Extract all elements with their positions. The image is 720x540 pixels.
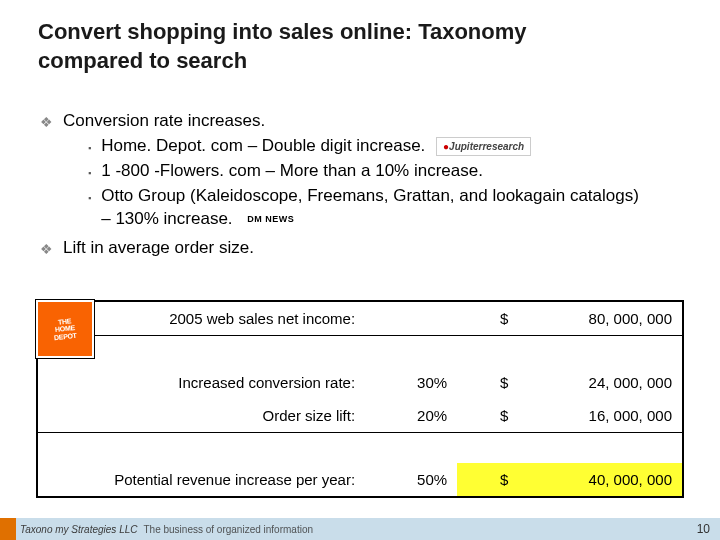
- row2-pct: 30%: [365, 366, 457, 399]
- row4-pct: 50%: [365, 463, 457, 496]
- row3-label: Order size lift:: [38, 399, 365, 433]
- bullet-1-text: Conversion rate increases.: [63, 110, 680, 133]
- subbullet-1-text: Home. Depot. com – Double digit increase…: [101, 135, 641, 158]
- slide-title: Convert shopping into sales online: Taxo…: [38, 18, 598, 75]
- content-area: ❖ Conversion rate increases. ▪ Home. Dep…: [40, 110, 680, 262]
- bullet-2: ❖ Lift in average order size.: [40, 237, 680, 260]
- table-row: 2005 web sales net income: $ 80, 000, 00…: [38, 302, 682, 336]
- subbullet-1-label: Home. Depot. com – Double digit increase…: [101, 136, 425, 155]
- subbullet-3-text: Otto Group (Kaleidoscope, Freemans, Grat…: [101, 185, 641, 231]
- row1-val: 80, 000, 000: [518, 302, 682, 336]
- table-row: Potential revenue increase per year: 50%…: [38, 463, 682, 496]
- row4-val: 40, 000, 000: [518, 463, 682, 496]
- row3-dollar: $: [457, 399, 518, 433]
- subbullet-3: ▪ Otto Group (Kaleidoscope, Freemans, Gr…: [88, 185, 680, 231]
- row2-label: Increased conversion rate:: [38, 366, 365, 399]
- page-number: 10: [697, 522, 710, 536]
- square-icon: ▪: [88, 141, 91, 155]
- table-row: Increased conversion rate: 30% $ 24, 000…: [38, 366, 682, 399]
- square-icon: ▪: [88, 191, 91, 205]
- slide: Convert shopping into sales online: Taxo…: [0, 0, 720, 540]
- footer-brand: Taxono my Strategies LLC: [20, 524, 137, 535]
- row4-dollar: $: [457, 463, 518, 496]
- row1-pct: [365, 302, 457, 336]
- bullet-2-text: Lift in average order size.: [63, 237, 680, 260]
- dm-news-logo: DM NEWS: [243, 212, 298, 226]
- diamond-icon: ❖: [40, 113, 53, 131]
- row3-val: 16, 000, 000: [518, 399, 682, 433]
- subbullet-2-text: 1 -800 -Flowers. com – More than a 10% i…: [101, 160, 641, 183]
- footer-tagline: The business of organized information: [143, 524, 313, 535]
- square-icon: ▪: [88, 166, 91, 180]
- row2-dollar: $: [457, 366, 518, 399]
- diamond-icon: ❖: [40, 240, 53, 258]
- row1-dollar: $: [457, 302, 518, 336]
- home-depot-logo: THE HOME DEPOT: [36, 300, 94, 358]
- jupiter-research-logo: ●Jupiterresearch: [436, 137, 531, 157]
- subbullet-2: ▪ 1 -800 -Flowers. com – More than a 10%…: [88, 160, 680, 183]
- calc-table: 2005 web sales net income: $ 80, 000, 00…: [38, 302, 682, 496]
- subbullet-3-label: Otto Group (Kaleidoscope, Freemans, Grat…: [101, 186, 639, 228]
- row4-label: Potential revenue increase per year:: [38, 463, 365, 496]
- row2-val: 24, 000, 000: [518, 366, 682, 399]
- row3-pct: 20%: [365, 399, 457, 433]
- revenue-table: THE HOME DEPOT 2005 web sales net income…: [36, 300, 684, 498]
- table-row: Order size lift: 20% $ 16, 000, 000: [38, 399, 682, 433]
- subbullet-1: ▪ Home. Depot. com – Double digit increa…: [88, 135, 680, 158]
- bullet-1: ❖ Conversion rate increases.: [40, 110, 680, 133]
- footer-bar: Taxono my Strategies LLC The business of…: [0, 518, 720, 540]
